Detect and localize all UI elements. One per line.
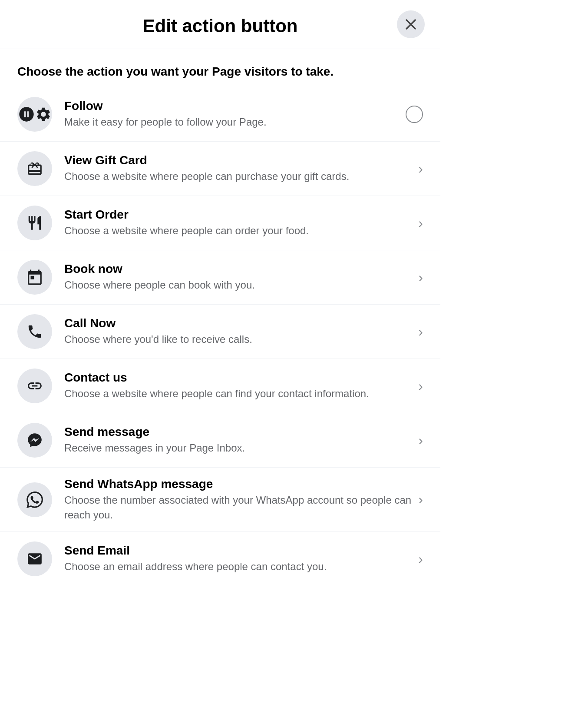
messenger-icon <box>26 432 43 448</box>
action-text-view-gift-card: View Gift Card Choose a website where pe… <box>64 153 411 184</box>
email-icon <box>26 551 43 567</box>
action-text-send-whatsapp: Send WhatsApp message Choose the number … <box>64 477 411 522</box>
icon-send-whatsapp <box>17 482 52 517</box>
action-item-start-order[interactable]: Start Order Choose a website where peopl… <box>0 196 440 250</box>
icon-start-order <box>17 206 52 240</box>
action-text-send-email: Send Email Choose an email address where… <box>64 544 411 574</box>
icon-call-now <box>17 314 52 349</box>
action-title-book-now: Book now <box>64 262 411 276</box>
action-desc-call-now: Choose where you'd like to receive calls… <box>64 332 411 347</box>
modal-header: Edit action button <box>0 0 440 49</box>
action-title-send-message: Send message <box>64 425 411 439</box>
action-item-view-gift-card[interactable]: View Gift Card Choose a website where pe… <box>0 142 440 196</box>
action-desc-contact-us: Choose a website where people can find y… <box>64 386 411 401</box>
gear-icon <box>35 106 52 123</box>
action-title-send-email: Send Email <box>64 544 411 558</box>
phone-icon <box>26 323 43 340</box>
action-item-call-now[interactable]: Call Now Choose where you'd like to rece… <box>0 305 440 359</box>
action-title-call-now: Call Now <box>64 316 411 330</box>
action-desc-follow: Make it easy for people to follow your P… <box>64 115 399 130</box>
action-text-send-message: Send message Receive messages in your Pa… <box>64 425 411 455</box>
action-title-start-order: Start Order <box>64 208 411 222</box>
action-desc-send-message: Receive messages in your Page Inbox. <box>64 441 411 455</box>
action-title-contact-us: Contact us <box>64 371 411 385</box>
action-list: Follow Make it easy for people to follow… <box>0 87 440 586</box>
action-title-view-gift-card: View Gift Card <box>64 153 411 167</box>
chevron-send-message: › <box>418 432 423 448</box>
icon-book-now <box>17 260 52 295</box>
action-item-follow[interactable]: Follow Make it easy for people to follow… <box>0 87 440 142</box>
icon-follow <box>17 97 52 132</box>
action-title-send-whatsapp: Send WhatsApp message <box>64 477 411 491</box>
icon-contact-us <box>17 369 52 403</box>
modal-container: Edit action button Choose the action you… <box>0 0 440 714</box>
action-text-follow: Follow Make it easy for people to follow… <box>64 99 399 130</box>
action-radio-follow[interactable] <box>406 106 423 123</box>
action-desc-start-order: Choose a website where people can order … <box>64 223 411 238</box>
action-item-send-whatsapp[interactable]: Send WhatsApp message Choose the number … <box>0 468 440 532</box>
action-text-book-now: Book now Choose where people can book wi… <box>64 262 411 292</box>
action-text-call-now: Call Now Choose where you'd like to rece… <box>64 316 411 347</box>
close-icon <box>404 17 418 31</box>
chevron-start-order: › <box>418 215 423 231</box>
action-item-contact-us[interactable]: Contact us Choose a website where people… <box>0 359 440 413</box>
action-item-book-now[interactable]: Book now Choose where people can book wi… <box>0 250 440 305</box>
chevron-view-gift-card: › <box>418 161 423 177</box>
action-item-send-message[interactable]: Send message Receive messages in your Pa… <box>0 413 440 468</box>
action-desc-send-whatsapp: Choose the number associated with your W… <box>64 493 411 522</box>
chevron-contact-us: › <box>418 378 423 394</box>
action-title-follow: Follow <box>64 99 399 113</box>
utensils-icon <box>26 215 43 231</box>
action-desc-send-email: Choose an email address where people can… <box>64 559 411 574</box>
action-item-send-email[interactable]: Send Email Choose an email address where… <box>0 532 440 586</box>
action-desc-book-now: Choose where people can book with you. <box>64 278 411 292</box>
action-desc-view-gift-card: Choose a website where people can purcha… <box>64 169 411 184</box>
page-subtitle: Choose the action you want your Page vis… <box>0 49 440 87</box>
close-button[interactable] <box>397 10 425 38</box>
chevron-book-now: › <box>418 269 423 286</box>
modal-title: Edit action button <box>143 16 298 37</box>
chevron-send-email: › <box>418 551 423 567</box>
action-text-contact-us: Contact us Choose a website where people… <box>64 371 411 401</box>
icon-send-email <box>17 541 52 576</box>
icon-view-gift-card <box>17 151 52 186</box>
chevron-call-now: › <box>418 324 423 340</box>
calendar-icon <box>26 269 43 286</box>
whatsapp-icon <box>26 491 43 508</box>
chevron-send-whatsapp: › <box>418 491 423 508</box>
link-icon <box>26 378 43 394</box>
action-text-start-order: Start Order Choose a website where peopl… <box>64 208 411 238</box>
icon-send-message <box>17 423 52 458</box>
gift-card-icon <box>26 160 43 177</box>
